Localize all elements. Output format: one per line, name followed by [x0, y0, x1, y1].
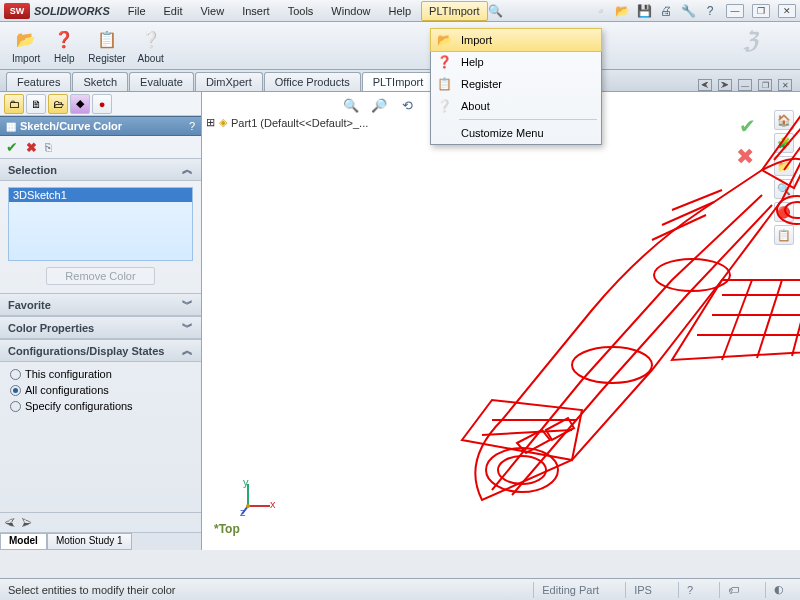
tab-motion-study[interactable]: Motion Study 1 — [47, 533, 132, 550]
maximize-button[interactable]: ❐ — [752, 4, 770, 18]
folder-icon: 📂 — [14, 28, 38, 52]
svg-line-11 — [482, 430, 572, 435]
menu-item-customize[interactable]: Customize Menu — [431, 122, 601, 144]
selection-header[interactable]: Selection︽ — [0, 158, 201, 181]
tab-model[interactable]: Model — [0, 533, 47, 550]
main-toolbar: 📂Import ❓Help 📋Register ❔About ℨ — [0, 22, 800, 70]
display-manager-icon[interactable]: ● — [92, 94, 112, 114]
toolbar-about-button[interactable]: ❔About — [132, 26, 170, 66]
property-manager-icon[interactable]: 🗎 — [26, 94, 46, 114]
tab-office-products[interactable]: Office Products — [264, 72, 361, 91]
zoom-area-icon[interactable]: 🔎 — [370, 96, 388, 114]
confirm-row: ✔ ✖ ⎘ — [0, 136, 201, 158]
menu-file[interactable]: File — [120, 1, 154, 21]
tab-features[interactable]: Features — [6, 72, 71, 91]
search-icon[interactable]: 🔍 — [488, 3, 504, 19]
view-orientation-icon[interactable]: ⟲ — [398, 96, 416, 114]
toolbar-import-button[interactable]: 📂Import — [6, 26, 46, 66]
new-icon[interactable]: ▫️ — [592, 3, 608, 19]
panel-help-button[interactable]: ? — [189, 120, 195, 132]
view-next-icon[interactable]: ⮞ — [718, 79, 732, 91]
panel-tab-row: 🗀 🗎 🗁 ◆ ● — [0, 92, 201, 116]
panel-title: ▦ Sketch/Curve Color ? — [0, 116, 201, 136]
clipboard-icon: 📋 — [435, 75, 453, 93]
config-header[interactable]: Configurations/Display States︽ — [0, 339, 201, 362]
tab-dimxpert[interactable]: DimXpert — [195, 72, 263, 91]
menu-view[interactable]: View — [192, 1, 232, 21]
config-manager-icon[interactable]: 🗁 — [48, 94, 68, 114]
view-label: *Top — [214, 522, 240, 536]
tab-sketch[interactable]: Sketch — [72, 72, 128, 91]
tab-evaluate[interactable]: Evaluate — [129, 72, 194, 91]
status-mode: Editing Part — [533, 582, 607, 598]
panel-bottom-icons: ⮘ ⮚ — [0, 512, 201, 532]
expand-plus-icon[interactable]: ⊞ — [206, 116, 215, 129]
minimize-button[interactable]: — — [726, 4, 744, 18]
svg-line-16 — [722, 280, 752, 360]
toolbar-register-button[interactable]: 📋Register — [82, 26, 131, 66]
status-tag-icon[interactable]: 🏷 — [719, 582, 747, 598]
menu-item-about[interactable]: ❔About — [431, 95, 601, 117]
selection-list[interactable]: 3DSketch1 — [8, 187, 193, 261]
main-area: 🗀 🗎 🗁 ◆ ● ▦ Sketch/Curve Color ? ✔ ✖ ⎘ S… — [0, 92, 800, 550]
pushpin-icon[interactable]: ⎘ — [45, 141, 52, 153]
menu-window[interactable]: Window — [323, 1, 378, 21]
command-manager-tabs: Features Sketch Evaluate DimXpert Office… — [0, 70, 800, 92]
menu-help[interactable]: Help — [380, 1, 419, 21]
pltimport-menu: 📂Import ❓Help 📋Register ❔About Customize… — [430, 28, 602, 145]
ok-icon[interactable]: ✔ — [6, 139, 18, 155]
menu-item-import[interactable]: 📂Import — [430, 28, 602, 52]
tab-pltimport[interactable]: PLTImport — [362, 72, 435, 91]
close-button[interactable]: ✕ — [778, 4, 796, 18]
menu-bar: File Edit View Insert Tools Window Help … — [120, 1, 488, 21]
radio-specify-config[interactable]: Specify configurations — [0, 398, 201, 414]
menu-pltimport[interactable]: PLTImport — [421, 1, 488, 21]
folder-icon: 📂 — [435, 31, 453, 49]
view-prev-icon[interactable]: ⮜ — [698, 79, 712, 91]
print-icon[interactable]: 🖨 — [658, 3, 674, 19]
status-bar: Select entities to modify their color Ed… — [0, 578, 800, 600]
menu-tools[interactable]: Tools — [280, 1, 322, 21]
bottom-tab-row: Model Motion Study 1 — [0, 532, 201, 550]
options-icon[interactable]: 🔧 — [680, 3, 696, 19]
svg-text:y: y — [243, 480, 249, 488]
menu-item-register[interactable]: 📋Register — [431, 73, 601, 95]
cancel-icon[interactable]: ✖ — [26, 140, 37, 155]
scroll-left-icon[interactable]: ⮘ — [4, 517, 15, 529]
zoom-fit-icon[interactable]: 🔍 — [342, 96, 360, 114]
dimxpert-manager-icon[interactable]: ◆ — [70, 94, 90, 114]
menu-insert[interactable]: Insert — [234, 1, 278, 21]
status-help-icon[interactable]: ? — [678, 582, 701, 598]
help-icon: ❓ — [435, 53, 453, 71]
help-icon[interactable]: ? — [702, 3, 718, 19]
info-icon: ❔ — [139, 28, 163, 52]
svg-line-27 — [652, 215, 706, 240]
orientation-triad[interactable]: x y z — [240, 480, 276, 516]
save-icon[interactable]: 💾 — [636, 3, 652, 19]
selection-item[interactable]: 3DSketch1 — [9, 188, 192, 202]
expand-icon: ︾ — [182, 320, 193, 335]
window-close-icon[interactable]: ✕ — [778, 79, 792, 91]
window-restore-icon[interactable]: ❐ — [758, 79, 772, 91]
svg-point-22 — [777, 196, 800, 224]
feature-tree-icon[interactable]: 🗀 — [4, 94, 24, 114]
graphics-viewport[interactable]: 🔍 🔎 ⟲ ▭ ⊞ ◈ Part1 (Default<<Default>_...… — [202, 92, 800, 550]
color-properties-header[interactable]: Color Properties︾ — [0, 316, 201, 339]
status-rebuild-icon[interactable]: ◐ — [765, 582, 792, 598]
remove-color-button: Remove Color — [46, 267, 154, 285]
scroll-right-icon[interactable]: ⮚ — [21, 517, 32, 529]
toolbar-help-button[interactable]: ❓Help — [46, 26, 82, 66]
app-title: SOLIDWORKS — [34, 5, 110, 17]
radio-this-config[interactable]: This configuration — [0, 366, 201, 382]
radio-all-config[interactable]: All configurations — [0, 382, 201, 398]
menu-edit[interactable]: Edit — [156, 1, 191, 21]
svg-text:x: x — [270, 498, 276, 510]
favorite-header[interactable]: Favorite︾ — [0, 293, 201, 316]
window-minimize-icon[interactable]: — — [738, 79, 752, 91]
svg-line-18 — [792, 280, 800, 356]
menu-item-help[interactable]: ❓Help — [431, 51, 601, 73]
flyout-tree-root[interactable]: ⊞ ◈ Part1 (Default<<Default>_... — [206, 116, 368, 129]
status-units[interactable]: IPS — [625, 582, 660, 598]
svg-line-17 — [757, 280, 782, 358]
open-icon[interactable]: 📂 — [614, 3, 630, 19]
